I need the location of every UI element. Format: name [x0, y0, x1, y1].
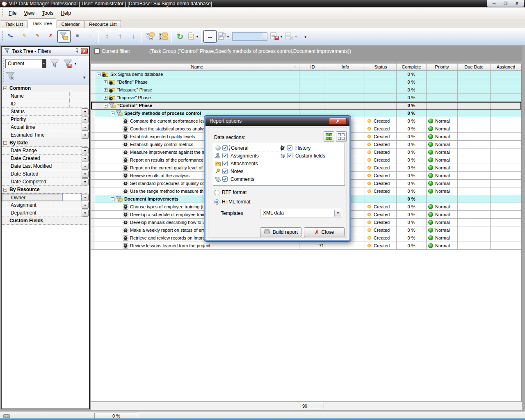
templates-select[interactable]: XML data ▼: [260, 209, 342, 217]
save-filter-button[interactable]: ▼: [62, 58, 77, 69]
move-up-button[interactable]: ↑: [114, 30, 126, 43]
filter-field-department[interactable]: Department▼: [2, 209, 89, 217]
chevron-down-icon[interactable]: ▼: [82, 116, 89, 123]
checkbox-checked[interactable]: [287, 153, 292, 158]
filter-field-value[interactable]: [62, 162, 82, 170]
close-button[interactable]: ✗: [511, 1, 523, 6]
column-header-indicator[interactable]: [91, 64, 95, 70]
filter-field-value[interactable]: [62, 178, 82, 185]
filter-field-status[interactable]: Status▼: [2, 108, 89, 116]
column-header-info[interactable]: Info: [326, 64, 365, 70]
filter-field-value[interactable]: [62, 123, 82, 131]
filter-field-actual-time[interactable]: Actual time▼: [2, 123, 89, 131]
filter-field-assignment[interactable]: Assignment▼: [2, 201, 89, 209]
chevron-down-icon[interactable]: ▼: [82, 108, 89, 115]
checkbox-checked[interactable]: [222, 176, 228, 182]
filter-field-value[interactable]: [62, 131, 82, 139]
expand-plus-icon[interactable]: +: [104, 88, 107, 92]
report-button[interactable]: ▼: [187, 30, 199, 43]
filter-field-value[interactable]: [62, 194, 82, 201]
column-header-priority[interactable]: Priority: [427, 64, 458, 70]
collapse-icon[interactable]: −: [3, 188, 7, 192]
data-section-history[interactable]: History: [279, 144, 326, 152]
layout-select[interactable]: [232, 32, 267, 41]
filter-field-value[interactable]: [62, 116, 82, 123]
chevron-down-icon[interactable]: ▼: [82, 147, 89, 154]
tab-calendar[interactable]: Calendar: [57, 20, 84, 28]
edit-task-button[interactable]: ✎: [18, 30, 31, 43]
task-row[interactable]: −Six Sigma demo database0 %: [91, 71, 521, 78]
chevron-down-icon[interactable]: ▼: [82, 171, 89, 178]
checkbox-checked[interactable]: [222, 153, 228, 158]
checkbox-checked[interactable]: [222, 169, 228, 174]
checkbox-checked[interactable]: [222, 145, 228, 151]
chevron-down-icon[interactable]: ▼: [82, 178, 89, 185]
data-section-comments[interactable]: Comments: [214, 175, 282, 183]
expand-minus-icon[interactable]: −: [111, 112, 114, 115]
chevron-down-icon[interactable]: ▼: [82, 75, 86, 80]
filter-section-common[interactable]: −Common: [2, 84, 89, 92]
minimize-button[interactable]: ─: [488, 1, 500, 6]
tab-task-list[interactable]: Task List: [1, 20, 27, 28]
apply-filter-button[interactable]: [49, 58, 60, 69]
expand-minus-icon[interactable]: −: [97, 73, 100, 76]
select-all-button[interactable]: [324, 131, 334, 142]
expand-plus-icon[interactable]: +: [104, 80, 107, 84]
task-row[interactable]: +"Define" Phase0 %: [91, 78, 521, 86]
filter-field-value[interactable]: [62, 155, 82, 162]
data-section-assignments[interactable]: Assignments: [214, 152, 282, 160]
filter-field-value[interactable]: [62, 170, 82, 178]
filter-field-date-created[interactable]: Date Created▼: [2, 155, 89, 162]
filters-close-icon[interactable]: ✗: [81, 48, 88, 54]
data-section-notes[interactable]: Notes: [214, 167, 282, 175]
filter-field-date-range[interactable]: Date Range▼: [2, 147, 89, 155]
chevron-down-icon[interactable]: ▼: [82, 163, 89, 170]
filter-field-priority[interactable]: Priority▼: [2, 116, 89, 123]
column-header-assigned[interactable]: Assigned: [491, 64, 522, 70]
expand-all-button[interactable]: [157, 30, 169, 43]
filter-field-name[interactable]: Name: [2, 92, 89, 100]
rtf-format-radio[interactable]: RTF format: [214, 189, 247, 195]
filter-field-value[interactable]: [70, 100, 89, 107]
filter-field-date-started[interactable]: Date Started▼: [2, 170, 89, 178]
task-row[interactable]: +"Measure" Phase0 %: [91, 86, 521, 94]
data-section-custom-fields[interactable]: Custom fields: [279, 152, 326, 160]
columns-button[interactable]: ▼: [217, 30, 230, 43]
collapse-icon[interactable]: −: [3, 141, 7, 145]
dialog-close-button[interactable]: ✗ Close: [304, 227, 345, 237]
move-updown-button[interactable]: ↕: [101, 30, 113, 43]
expand-minus-icon[interactable]: −: [104, 104, 107, 107]
pin-icon[interactable]: [75, 48, 80, 55]
menu-file[interactable]: File: [5, 9, 20, 17]
data-section-general[interactable]: General: [214, 144, 282, 152]
duplicate-task-button[interactable]: ✎: [32, 30, 44, 43]
filter-field-date-completed[interactable]: Date Completed▼: [2, 178, 89, 186]
dialog-close-icon[interactable]: ✗: [329, 118, 347, 125]
current-filter-checkbox[interactable]: [94, 48, 100, 54]
collapse-all-button[interactable]: [144, 30, 156, 43]
filter-preset-select[interactable]: Current ▼: [5, 59, 46, 68]
chevron-down-icon[interactable]: ▼: [82, 194, 89, 201]
task-notes-button[interactable]: ☰: [71, 30, 83, 43]
complete-task-button[interactable]: ↑: [84, 30, 96, 43]
filter-field-date-last-modified[interactable]: Date Last Modified▼: [2, 162, 89, 170]
task-row[interactable]: Review lessons learned from the project7…: [91, 242, 521, 250]
more-options-button[interactable]: ▼: [299, 30, 311, 43]
filter-section-by-resource[interactable]: −By Resource: [2, 186, 89, 194]
filter-field-owner[interactable]: Owner▼: [2, 194, 89, 201]
menu-tools[interactable]: Tools: [38, 9, 57, 17]
restore-button[interactable]: ❐: [500, 1, 511, 6]
column-header-due-date[interactable]: Due Date: [458, 64, 491, 70]
fit-width-button[interactable]: ↔: [204, 30, 216, 43]
html-format-radio[interactable]: HTML format: [214, 199, 251, 205]
chevron-down-icon[interactable]: ▼: [82, 202, 89, 209]
column-header-name[interactable]: Name△: [95, 64, 299, 70]
filter-field-value[interactable]: [62, 147, 82, 154]
checkbox-checked[interactable]: [222, 161, 228, 166]
task-row[interactable]: +"Improve" Phase0 %: [91, 94, 521, 102]
dialog-title[interactable]: Report options: [205, 117, 349, 126]
refresh-button[interactable]: ↻: [174, 30, 186, 43]
filter-field-value[interactable]: [62, 201, 82, 209]
expand-minus-icon[interactable]: −: [111, 197, 114, 201]
deselect-all-button[interactable]: [336, 131, 347, 142]
